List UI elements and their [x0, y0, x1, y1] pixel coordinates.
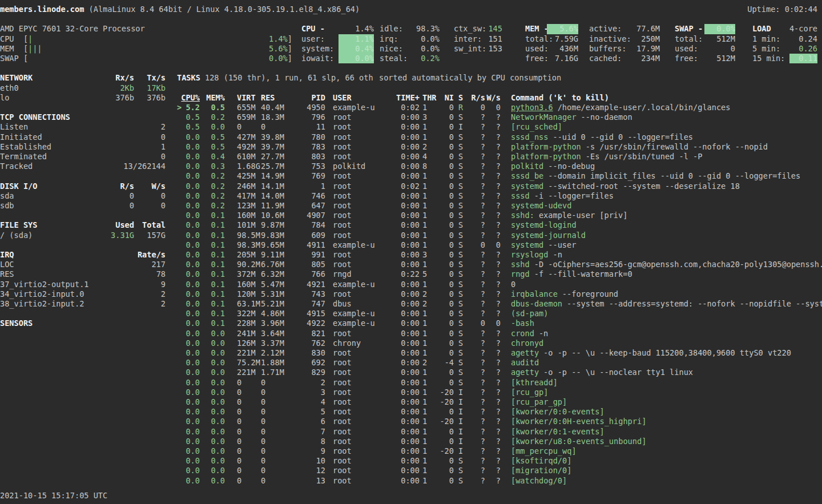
process-cell-ws: ? — [486, 388, 501, 397]
process-cell-res: 1.88M — [261, 358, 292, 368]
process-cell-cpu: 0.0 — [177, 329, 200, 338]
process-cell-mem: 0.1 — [202, 299, 225, 309]
process-cell-status: S — [458, 132, 466, 142]
process-cell-res: 6.76M — [261, 260, 292, 269]
process-command-args: -D -oCiphers=aes256-gcm@openssh.com,chac… — [530, 260, 822, 269]
gauge-value-cpu: 1.4%] — [224, 34, 292, 44]
process-header-cpu: CPU% — [177, 93, 200, 103]
process-cell-cmd: systemd--switched-root --system --deseri… — [511, 182, 822, 191]
process-cell-status: S — [458, 211, 466, 220]
process-cell-mem: 0.1 — [202, 250, 225, 260]
process-cell-ni: 0 — [437, 260, 454, 269]
process-cell-rs: ? — [468, 280, 485, 289]
process-cell-pid: 991 — [292, 250, 325, 260]
process-cell-status: R — [458, 103, 466, 112]
process-cell-user: root — [333, 378, 390, 388]
process-cell-cpu: 0.0 — [177, 466, 200, 475]
process-cell-res: 14.1M — [261, 182, 292, 191]
process-cell-mem: 0.1 — [202, 231, 225, 240]
process-command-name: agetty — [511, 368, 539, 377]
cpu-model: AMD EPYC 7601 32-Core Processor — [0, 24, 228, 34]
process-cell-mem: 0.2 — [202, 182, 225, 191]
process-cell-res: 1.71M — [261, 368, 292, 377]
gauge-close-bracket-icon: ] — [288, 54, 292, 63]
process-cell-rs: ? — [468, 220, 485, 230]
process-cell-ni: 0 — [437, 476, 454, 486]
process-cell-time: 0:00 — [394, 446, 420, 456]
process-header-mem: MEM% — [202, 93, 225, 103]
process-cell-status: I — [458, 407, 466, 417]
sidebar-value2-established: 1 — [0, 142, 166, 152]
stat-value-load-load: 4-core — [789, 24, 817, 33]
line-34: 0.00.0126M3.37M762chrony0:0010S??chronyd — [0, 338, 822, 348]
line-44: 0.00.0008root0:0010I??[kworker/u8:0-even… — [0, 437, 822, 446]
stat-value-cell-mem-extra-active: 77.6M — [620, 24, 660, 34]
gauge-close-bracket-icon: ] — [288, 44, 292, 53]
line-33: 0.00.0241M3.64M821root0:0010S??crond-n — [0, 329, 822, 338]
process-cell-rs: ? — [468, 456, 485, 466]
process-cell-ws: ? — [486, 378, 501, 388]
process-cell-rs: ? — [468, 250, 485, 260]
process-cell-rs: ? — [468, 407, 485, 417]
process-cell-mem: 0.1 — [202, 260, 225, 269]
process-cell-ni: -20 — [437, 446, 454, 456]
stat-value-mem-extra-cached: 234M — [641, 54, 660, 63]
process-cell-ws: ? — [486, 132, 501, 142]
process-cell-rs: 0 — [468, 103, 485, 112]
process-cell-rs: ? — [468, 201, 485, 211]
process-cell-user: dbus — [333, 299, 390, 309]
process-cell-time: 0:00 — [394, 318, 420, 328]
process-cell-cmd: [kworker/u8:0-events_unbound] — [511, 437, 822, 446]
process-cell-ni: 0 — [437, 299, 454, 309]
process-cell-res: 0 — [261, 388, 292, 397]
stat-value-cpu-cpu: 1.4% — [355, 24, 374, 33]
process-cell-cmd: systemd-journald — [511, 231, 822, 240]
process-cell-cmd: systemd-logind — [511, 220, 822, 230]
process-cell-user: root — [333, 437, 390, 446]
process-cell-user: root — [333, 348, 390, 358]
process-cell-cpu: 0.0 — [177, 388, 200, 397]
process-cell-user: chrony — [333, 338, 390, 348]
process-header-cmd: Command ('k' to kill) — [511, 93, 822, 103]
process-cell-time: 0:00 — [394, 456, 420, 466]
process-cell-user: root — [333, 388, 390, 397]
stat-value-cpu-extra-steal: 0.2% — [421, 54, 440, 63]
stat-value-cell-cpu-cpu: 1.4% — [334, 24, 374, 34]
sidebar-value2-terminated: 0 — [0, 152, 166, 162]
process-cell-ni: -20 — [437, 417, 454, 426]
process-cell-res: 0 — [261, 378, 292, 388]
process-command-args: -Es /usr/sbin/tuned -l -P — [581, 152, 703, 161]
line-11: TCP CONNECTIONS0.50.2659M18.3M796root0:0… — [0, 112, 822, 122]
process-header-time: TIME+ — [394, 93, 420, 103]
process-cell-user: example-u — [333, 318, 390, 328]
process-cell-pid: 766 — [292, 269, 325, 279]
line-17: 0.00.2425M14.9M769root0:0010S??sssd_be--… — [0, 171, 822, 181]
process-cell-res: 0 — [261, 466, 292, 475]
process-cell-mem: 0.3 — [202, 162, 225, 171]
process-cell-time: 0:00 — [394, 368, 420, 377]
process-command-args: --domain implicit_files --uid 0 --gid 0 … — [543, 171, 800, 180]
line-19: sda000.00.2417M14.0M746root0:0010S??sssd… — [0, 191, 822, 201]
process-cell-ni: 0 — [437, 152, 454, 162]
clock: 2021-10-15 15:17:05 UTC — [0, 491, 107, 500]
process-cell-rs: ? — [468, 397, 485, 407]
line-10: >5.20.5655M40.4M4950example-u0:0210R00py… — [0, 103, 822, 112]
process-command-name: [kworker/0:1-events] — [511, 427, 605, 436]
process-cell-res: 0 — [261, 417, 292, 426]
line-5: SWAP[0.0%]iowait:0.0%steal:0.2%free:7.16… — [0, 54, 822, 63]
process-cell-pid: 9 — [292, 446, 325, 456]
process-cell-time: 0:00 — [394, 191, 420, 201]
line-15: Terminated00.00.4610M27.7M803root0:0040S… — [0, 152, 822, 162]
process-cell-mem: 0.5 — [202, 132, 225, 142]
process-command-name: NetworkManager — [511, 112, 577, 122]
process-cell-ni: 0 — [437, 437, 454, 446]
process-command-args: /home/example-user/.local/bin/glances — [553, 103, 731, 112]
process-cell-ni: 0 — [437, 182, 454, 191]
process-cell-cpu: 0.0 — [177, 456, 200, 466]
process-cell-status: S — [458, 201, 466, 211]
process-command-args: --user — [543, 240, 576, 249]
process-cell-time: 0:02 — [394, 182, 420, 191]
process-cell-user: root — [333, 171, 390, 181]
process-cell-status: S — [458, 191, 466, 201]
process-cell-cpu: 0.0 — [177, 397, 200, 407]
